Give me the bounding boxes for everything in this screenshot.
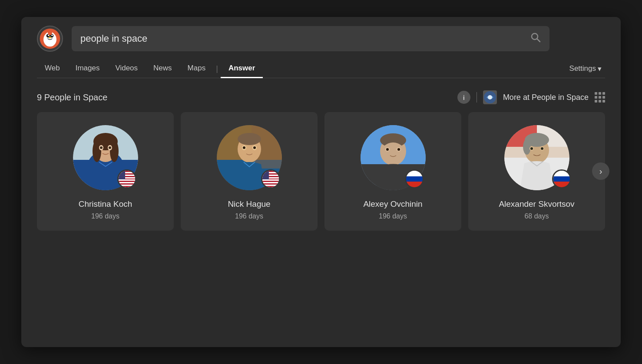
flag-us-1	[261, 169, 280, 189]
header-top: people in space	[37, 26, 605, 52]
svg-point-20	[110, 140, 119, 162]
svg-point-34	[253, 146, 256, 149]
person-days-2: 196 days	[379, 212, 407, 220]
person-card-2[interactable]: Alexey Ovchinin 196 days	[324, 112, 461, 231]
svg-point-45	[397, 148, 400, 151]
person-name-1: Nick Hague	[228, 199, 270, 210]
svg-point-57	[541, 147, 543, 150]
svg-point-56	[530, 147, 533, 150]
next-arrow[interactable]: ›	[592, 162, 609, 180]
nav-videos[interactable]: Videos	[107, 60, 146, 78]
person-card-3[interactable]: Alexander Skvortsov 68 days	[468, 112, 605, 231]
more-link[interactable]: More at People in Space	[503, 93, 589, 102]
nav-news[interactable]: News	[146, 60, 180, 78]
flag-russia-2	[405, 169, 424, 189]
nav-answer[interactable]: Answer	[221, 60, 263, 78]
svg-point-12	[488, 95, 492, 99]
svg-point-6	[51, 35, 53, 36]
settings-label: Settings	[569, 64, 596, 73]
svg-point-19	[93, 140, 101, 162]
main-content: 9 People in Space i More at People in Sp…	[21, 78, 621, 347]
section-divider	[477, 92, 477, 103]
nav-bar: Web Images Videos News Maps | Answer Set…	[37, 60, 605, 78]
person-name-0: Christina Koch	[79, 199, 132, 210]
search-query: people in space	[80, 33, 147, 44]
search-bar[interactable]: people in space	[72, 26, 549, 51]
person-days-0: 196 days	[91, 212, 119, 220]
nav-images[interactable]: Images	[68, 60, 108, 78]
person-days-1: 196 days	[235, 212, 263, 220]
avatar-wrapper-3	[504, 125, 569, 190]
svg-point-23	[100, 146, 103, 149]
flag-russia-3	[552, 169, 571, 189]
grid-view-icon[interactable]	[595, 92, 605, 103]
section-header: 9 People in Space i More at People in Sp…	[37, 90, 605, 104]
people-cards: Christina Koch 196 days	[37, 112, 605, 231]
avatar-wrapper-0	[73, 125, 138, 190]
nav-separator: |	[213, 64, 221, 73]
svg-point-33	[243, 146, 245, 149]
info-icon[interactable]: i	[457, 91, 470, 104]
logo[interactable]	[37, 26, 63, 52]
svg-point-30	[238, 133, 261, 145]
svg-point-53	[523, 139, 531, 155]
person-days-3: 68 days	[524, 212, 549, 220]
flag-us-0	[117, 169, 136, 189]
settings-chevron-icon: ▾	[598, 64, 602, 73]
settings-button[interactable]: Settings ▾	[566, 60, 605, 78]
person-card-0[interactable]: Christina Koch 196 days	[37, 112, 174, 231]
person-name-2: Alexey Ovchinin	[363, 199, 422, 210]
browser-window: people in space Web Images Videos News M…	[21, 17, 621, 347]
nav-web[interactable]: Web	[37, 60, 68, 78]
section-title: 9 People in Space	[37, 93, 107, 103]
avatar-wrapper-2	[361, 125, 426, 190]
nav-right: Settings ▾	[566, 60, 605, 78]
header: people in space Web Images Videos News M…	[21, 17, 621, 78]
section-actions: i More at People in Space	[457, 90, 605, 104]
svg-point-41	[381, 142, 405, 164]
svg-point-24	[109, 146, 111, 149]
svg-rect-8	[49, 30, 50, 32]
search-icon	[530, 32, 541, 45]
person-card-1[interactable]: Nick Hague 196 days	[181, 112, 318, 231]
avatar-wrapper-1	[217, 125, 282, 190]
nav-maps[interactable]: Maps	[180, 60, 214, 78]
svg-point-44	[386, 148, 389, 151]
svg-line-10	[537, 39, 540, 42]
source-thumbnail	[483, 90, 497, 104]
person-name-3: Alexander Skvortsov	[499, 199, 574, 210]
